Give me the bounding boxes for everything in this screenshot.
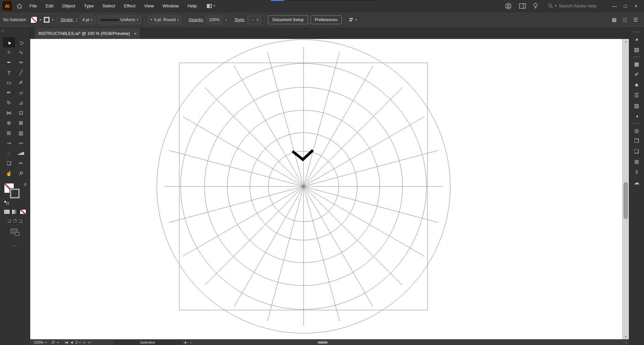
align-options-button[interactable]: ▾ bbox=[349, 17, 357, 22]
menu-edit[interactable]: Edit bbox=[41, 0, 58, 12]
perspective-grid-tool[interactable]: ⊠ bbox=[15, 118, 27, 128]
brush-dropdown[interactable]: • 3 pt. Round ▾ bbox=[148, 16, 182, 24]
rectangle-tool[interactable]: ▭ bbox=[3, 78, 15, 88]
type-tool[interactable]: T bbox=[3, 68, 15, 78]
help-search[interactable]: ▾ bbox=[546, 2, 600, 9]
color-guide-panel-button[interactable]: ▧ bbox=[631, 44, 643, 55]
curvature-tool[interactable]: ✑ bbox=[15, 57, 27, 68]
stroke-weight-stepper[interactable]: ▴ ▾ bbox=[76, 17, 78, 23]
gradient-panel-button[interactable]: ▥ bbox=[631, 100, 643, 111]
draw-normal-icon[interactable]: ❏ bbox=[8, 219, 11, 223]
lightbulb-icon[interactable] bbox=[531, 3, 541, 9]
scroll-down-icon[interactable]: ▾ bbox=[623, 335, 629, 338]
vertical-scrollbar[interactable]: ▴ ▾ bbox=[622, 39, 629, 339]
style-label[interactable]: Style: bbox=[235, 17, 245, 22]
menu-object[interactable]: Object bbox=[58, 0, 80, 12]
stroke-label[interactable]: Stroke: bbox=[60, 17, 74, 22]
collapse-toolbar-icon[interactable]: « bbox=[2, 28, 3, 32]
previous-artboard-button[interactable]: ◀ bbox=[71, 341, 73, 344]
hscroll-left-icon[interactable]: ‹ bbox=[190, 340, 191, 344]
horizontal-scroll-thumb[interactable] bbox=[318, 341, 328, 344]
panel-layout-icon[interactable]: ◫ bbox=[623, 17, 627, 23]
mesh-tool[interactable]: ⊞ bbox=[3, 128, 15, 138]
width-tool[interactable]: ⋈ bbox=[3, 108, 15, 118]
stroke-weight-dropdown[interactable]: 4 pt ▾ bbox=[80, 16, 95, 24]
artboard-number-dropdown[interactable]: 2 ▾ bbox=[76, 340, 81, 344]
rotation-dropdown[interactable]: 0° ▾ bbox=[49, 340, 61, 344]
vertical-scroll-thumb[interactable] bbox=[624, 182, 628, 219]
next-artboard-button[interactable]: ▶ bbox=[83, 341, 86, 344]
magic-wand-tool[interactable]: ✧ bbox=[3, 47, 15, 57]
menu-effect[interactable]: Effect bbox=[120, 0, 140, 12]
style-dropdown[interactable]: ▾ bbox=[247, 16, 261, 24]
menu-file[interactable]: File bbox=[25, 0, 41, 12]
status-menu-icon[interactable]: ▶ bbox=[185, 341, 187, 344]
gradient-button[interactable] bbox=[12, 209, 18, 214]
opacity-label[interactable]: Opacity: bbox=[188, 17, 204, 22]
slice-tool[interactable]: ✂ bbox=[15, 158, 27, 168]
libraries-panel-button[interactable]: ☁ bbox=[631, 177, 643, 188]
zoom-dropdown[interactable]: 100% ▾ bbox=[32, 340, 49, 344]
check-mark-shape[interactable] bbox=[292, 150, 313, 160]
symbol-sprayer-tool[interactable]: ∴ bbox=[3, 148, 15, 158]
line-segment-tool[interactable]: ╱ bbox=[15, 68, 27, 78]
artboard-tool[interactable]: ❏ bbox=[3, 158, 15, 168]
document-tab[interactable]: INSTRUCTABLES.ai* @ 100 % (RGB/Preview) … bbox=[35, 28, 140, 39]
chevron-up-icon[interactable]: ▴ bbox=[76, 17, 78, 20]
chevron-down-icon[interactable]: ▾ bbox=[555, 4, 556, 7]
restore-button[interactable]: □ bbox=[620, 3, 631, 9]
draw-behind-icon[interactable]: ❐ bbox=[13, 219, 17, 223]
asset-export-panel-button[interactable]: ⇧ bbox=[631, 167, 643, 177]
zoom-tool[interactable]: ⚲ bbox=[15, 168, 27, 178]
canvas[interactable] bbox=[30, 39, 622, 339]
preferences-button[interactable]: Preferences bbox=[311, 15, 342, 24]
brushes-panel-button[interactable]: ✐ bbox=[631, 69, 643, 80]
menu-help[interactable]: Help bbox=[183, 0, 201, 12]
home-icon[interactable] bbox=[14, 3, 25, 9]
polar-grid-artwork[interactable] bbox=[157, 40, 450, 333]
arrange-documents-button[interactable]: ▾ bbox=[206, 4, 215, 8]
graphic-styles-panel-button[interactable]: ❒ bbox=[631, 136, 643, 146]
hand-tool[interactable]: ☝ bbox=[3, 168, 15, 178]
chevron-right-icon[interactable]: › bbox=[225, 17, 227, 23]
menu-select[interactable]: Select bbox=[98, 0, 120, 12]
illustrator-logo[interactable]: Ai bbox=[3, 1, 12, 10]
last-artboard-button[interactable]: ▶| bbox=[88, 341, 91, 344]
account-icon[interactable] bbox=[502, 3, 514, 9]
pencil-tool[interactable]: ✏ bbox=[3, 88, 15, 98]
pen-tool[interactable]: ✒ bbox=[3, 57, 15, 68]
menu-window[interactable]: Window bbox=[158, 0, 183, 12]
shape-builder-tool[interactable]: ⊕ bbox=[3, 118, 15, 128]
gradient-tool[interactable]: ▥ bbox=[15, 128, 27, 138]
hscroll-right-icon[interactable]: › bbox=[626, 340, 627, 344]
blend-tool[interactable]: ∾ bbox=[15, 138, 27, 148]
symbols-panel-button[interactable]: ♣ bbox=[631, 80, 643, 90]
rotate-tool[interactable]: ↻ bbox=[3, 98, 15, 108]
eraser-tool[interactable]: ▱ bbox=[15, 88, 27, 98]
default-fill-stroke-icon[interactable] bbox=[4, 201, 9, 205]
scroll-up-icon[interactable]: ▴ bbox=[623, 40, 629, 43]
chevron-down-icon[interactable]: ▾ bbox=[76, 20, 78, 23]
color-panel-button[interactable]: ◕ bbox=[631, 34, 643, 44]
draw-inside-icon[interactable]: ❑ bbox=[19, 219, 22, 223]
stroke-swatch[interactable] bbox=[10, 188, 20, 199]
stroke-profile-dropdown[interactable]: Uniform ▾ bbox=[98, 16, 141, 24]
fill-color-swatch[interactable] bbox=[31, 16, 37, 23]
color-button[interactable] bbox=[4, 209, 10, 214]
lasso-tool[interactable]: ∿ bbox=[15, 47, 27, 57]
chevron-down-icon[interactable]: ▾ bbox=[52, 18, 54, 21]
transparency-panel-button[interactable]: ◑ bbox=[631, 111, 643, 121]
search-input[interactable] bbox=[558, 3, 598, 9]
selection-tool[interactable]: ▲ bbox=[3, 37, 15, 47]
horizontal-scrollbar[interactable] bbox=[194, 340, 620, 345]
close-tab-icon[interactable]: × bbox=[134, 31, 137, 36]
scale-tool[interactable]: ⊿ bbox=[15, 98, 27, 108]
direct-selection-tool[interactable]: △ bbox=[15, 37, 27, 47]
workspace-grid-icon[interactable]: ▦ bbox=[612, 17, 616, 23]
eyedropper-tool[interactable]: ⊸ bbox=[3, 138, 15, 148]
artboard[interactable] bbox=[30, 39, 622, 339]
minimize-button[interactable]: — bbox=[609, 3, 620, 9]
document-setup-button[interactable]: Document Setup bbox=[268, 15, 308, 24]
chevron-down-icon[interactable]: ▾ bbox=[40, 18, 41, 21]
stroke-panel-button[interactable]: ☰ bbox=[631, 90, 643, 100]
